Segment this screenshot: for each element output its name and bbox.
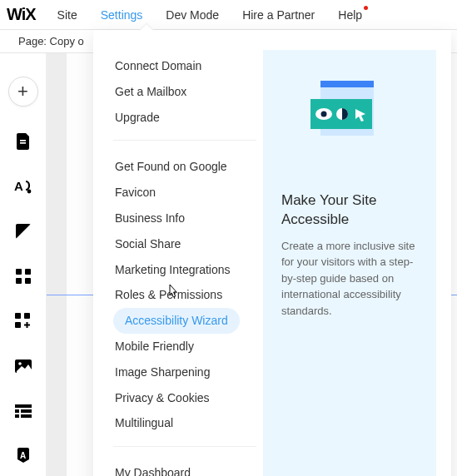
- menu-social-share[interactable]: Social Share: [113, 231, 189, 257]
- content-manager-icon[interactable]: [13, 401, 33, 421]
- menu-marketing-integrations[interactable]: Marketing Integrations: [113, 257, 239, 283]
- notification-dot-icon: [364, 6, 368, 10]
- cursor-pointer-icon: [165, 283, 181, 304]
- svg-rect-11: [15, 322, 21, 328]
- svg-rect-10: [24, 313, 30, 319]
- svg-rect-18: [21, 409, 32, 413]
- ascend-icon[interactable]: A: [13, 446, 33, 466]
- nav-site[interactable]: Site: [46, 0, 89, 30]
- svg-rect-19: [15, 414, 19, 418]
- menu-get-found-google[interactable]: Get Found on Google: [113, 154, 236, 180]
- svg-point-3: [27, 190, 31, 194]
- accessibility-illustration: [281, 70, 418, 161]
- menu-group-2: Get Found on Google Favicon Business Inf…: [113, 154, 256, 447]
- nav-help[interactable]: Help: [326, 0, 374, 30]
- menu-my-dashboard[interactable]: My Dashboard: [113, 460, 199, 476]
- nav-dev-mode[interactable]: Dev Mode: [154, 0, 231, 30]
- menu-multilingual[interactable]: Multilingual: [113, 410, 181, 436]
- menu-image-sharpening[interactable]: Image Sharpening: [113, 359, 218, 385]
- page-label[interactable]: Page: Copy o: [18, 35, 84, 47]
- svg-rect-5: [16, 269, 22, 275]
- pages-icon[interactable]: [13, 131, 33, 151]
- svg-rect-1: [20, 142, 26, 144]
- svg-rect-22: [320, 81, 374, 87]
- add-button[interactable]: +: [8, 77, 38, 107]
- svg-rect-17: [15, 409, 19, 413]
- left-rail: + A A: [0, 53, 47, 476]
- info-panel: Make Your Site Accessible Create a more …: [263, 50, 436, 476]
- menu-upgrade[interactable]: Upgrade: [113, 105, 168, 131]
- svg-rect-8: [25, 278, 31, 284]
- svg-rect-6: [25, 269, 31, 275]
- media-icon[interactable]: [13, 356, 33, 376]
- info-body: Create a more inclusive site for your vi…: [281, 238, 418, 320]
- svg-rect-20: [21, 414, 32, 418]
- menu-business-info[interactable]: Business Info: [113, 206, 193, 231]
- nav-hire-partner[interactable]: Hire a Partner: [231, 0, 326, 30]
- menu-favicon[interactable]: Favicon: [113, 180, 164, 206]
- plus-icon: +: [17, 82, 28, 101]
- svg-rect-7: [16, 278, 22, 284]
- apps-icon[interactable]: [13, 266, 33, 286]
- wix-logo: WiX: [3, 5, 44, 24]
- svg-text:A: A: [14, 179, 23, 193]
- text-theme-icon[interactable]: A: [13, 176, 33, 196]
- info-title: Make Your Site Accessible: [281, 191, 418, 230]
- svg-point-26: [321, 112, 327, 117]
- menu-privacy-cookies[interactable]: Privacy & Cookies: [113, 385, 218, 411]
- menu-mobile-friendly[interactable]: Mobile Friendly: [113, 334, 202, 359]
- background-icon[interactable]: [13, 221, 33, 241]
- menu-group-1: Connect Domain Get a Mailbox Upgrade: [113, 53, 256, 141]
- svg-rect-0: [20, 140, 26, 141]
- settings-menu: Connect Domain Get a Mailbox Upgrade Get…: [93, 30, 263, 476]
- svg-rect-13: [24, 325, 30, 326]
- topnav: Site Settings Dev Mode Hire a Partner He…: [46, 0, 374, 30]
- settings-dropdown: Connect Domain Get a Mailbox Upgrade Get…: [93, 30, 451, 476]
- add-apps-icon[interactable]: [13, 311, 33, 331]
- svg-text:A: A: [20, 451, 26, 460]
- menu-connect-domain[interactable]: Connect Domain: [113, 53, 210, 79]
- topbar: WiX Site Settings Dev Mode Hire a Partne…: [0, 0, 457, 30]
- menu-group-3: My Dashboard: [113, 460, 256, 476]
- menu-accessibility-wizard[interactable]: Accessibility Wizard: [113, 308, 240, 334]
- svg-point-15: [18, 362, 22, 365]
- svg-rect-16: [15, 404, 32, 408]
- nav-help-label: Help: [338, 8, 362, 22]
- svg-rect-9: [15, 313, 21, 319]
- menu-get-mailbox[interactable]: Get a Mailbox: [113, 79, 195, 105]
